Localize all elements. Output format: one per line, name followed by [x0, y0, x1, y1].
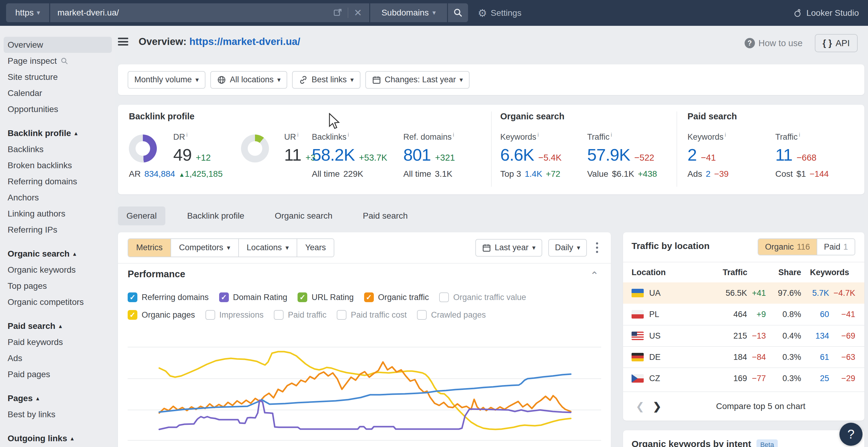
looker-studio-button[interactable]: Looker Studio — [793, 0, 859, 26]
toggle-paid[interactable]: Paid 1 — [817, 239, 855, 255]
tab-paid-search[interactable]: Paid search — [354, 206, 416, 225]
sidebar-item-anchors[interactable]: Anchors — [0, 190, 116, 206]
checkbox-crawled-pages[interactable]: Crawled pages — [417, 310, 486, 320]
sidebar-section-paid-search[interactable]: Paid search▴ — [0, 318, 116, 334]
menu-icon[interactable] — [118, 38, 128, 45]
tab-general[interactable]: General — [118, 206, 165, 225]
table-row[interactable]: CZ 169 −77 0.3% 25 −29 — [623, 368, 864, 389]
metric-value[interactable]: 58.2K — [312, 145, 355, 165]
target-url-input[interactable]: market-dveri.ua/ ✕ — [50, 3, 369, 22]
checkbox-impressions[interactable]: Impressions — [206, 310, 264, 320]
keywords-value[interactable]: 25 — [801, 374, 829, 383]
sidebar-item-broken-backlinks[interactable]: Broken backlinks — [0, 157, 116, 173]
sidebar-item-backlinks[interactable]: Backlinks — [0, 141, 116, 157]
best-links-dropdown[interactable]: Best links ▾ — [292, 71, 361, 89]
changes-period-dropdown[interactable]: Changes: Last year ▾ — [365, 71, 470, 89]
metric-delta: +12 — [196, 153, 211, 163]
checkbox-paid-traffic[interactable]: Paid traffic — [274, 310, 327, 320]
sidebar-section-outgoing-links[interactable]: Outgoing links▴ — [0, 430, 116, 446]
table-row[interactable]: DE 184 −84 0.3% 61 −63 — [623, 346, 864, 368]
sidebar-item-paid-keywords[interactable]: Paid keywords — [0, 334, 116, 350]
sidebar-item-paid-pages[interactable]: Paid pages — [0, 366, 116, 382]
keywords-value[interactable]: 5.7K — [801, 288, 829, 298]
table-row[interactable]: UA 56.5K +41 97.6% 5.7K −4.7K — [623, 282, 864, 304]
performance-title: Performance — [128, 269, 185, 280]
metric-value[interactable]: 11 — [775, 145, 792, 165]
metric-value[interactable]: 57.9K — [587, 145, 630, 165]
performance-card: Metrics Competitors▾ Locations▾ Years La… — [118, 232, 611, 447]
checkbox-organic-traffic[interactable]: ✓Organic traffic — [364, 293, 429, 302]
sidebar-item-page-inspect[interactable]: Page inspect — [0, 53, 116, 69]
col-share[interactable]: Share — [766, 268, 801, 277]
protocol-dropdown[interactable]: https ▾ — [6, 3, 49, 22]
next-page-icon[interactable]: ❯ — [649, 400, 665, 412]
sidebar-item-best-by-links[interactable]: Best by links — [0, 406, 116, 422]
metric-value[interactable]: 6.6K — [500, 145, 534, 165]
sidebar-item-site-structure[interactable]: Site structure — [0, 69, 116, 85]
tab-backlink-profile[interactable]: Backlink profile — [179, 206, 253, 225]
chevron-up-icon: ▴ — [36, 395, 39, 402]
segment-years[interactable]: Years — [297, 239, 334, 256]
sidebar-item-organic-competitors[interactable]: Organic competitors — [0, 294, 116, 310]
sidebar-section-backlink-profile[interactable]: Backlink profile▴ — [0, 125, 116, 141]
sidebar-item-organic-keywords[interactable]: Organic keywords — [0, 262, 116, 278]
segment-metrics[interactable]: Metrics — [128, 239, 170, 256]
metric-delta: −522 — [634, 153, 654, 163]
segment-competitors[interactable]: Competitors▾ — [170, 239, 238, 256]
sidebar-item-calendar[interactable]: Calendar — [0, 85, 116, 101]
col-traffic[interactable]: Traffic — [723, 268, 747, 277]
settings-button[interactable]: ⚙ Settings — [478, 0, 522, 26]
collapse-section-icon[interactable]: ⌃ — [590, 269, 599, 281]
help-button[interactable]: ? — [839, 423, 863, 446]
how-to-use-button[interactable]: ? How to use — [745, 38, 803, 48]
sidebar-section-organic-search[interactable]: Organic search▴ — [0, 246, 116, 262]
clear-url-icon[interactable]: ✕ — [354, 7, 362, 19]
scope-dropdown[interactable]: Subdomains ▾ — [370, 3, 447, 22]
sidebar-section-pages[interactable]: Pages▴ — [0, 390, 116, 406]
search-button[interactable] — [448, 3, 468, 22]
metric-value[interactable]: 2 — [687, 145, 696, 165]
keywords-value[interactable]: 60 — [801, 310, 829, 319]
sidebar-item-top-pages[interactable]: Top pages — [0, 278, 116, 294]
organic-count: 116 — [797, 242, 810, 252]
sidebar-item-label: Best by links — [8, 410, 55, 419]
url-rating-donut — [241, 135, 269, 163]
granularity-dropdown[interactable]: Daily ▾ — [548, 239, 587, 256]
keywords-value[interactable]: 134 — [801, 331, 829, 341]
ar-value[interactable]: 834,884 — [144, 169, 175, 179]
col-keywords[interactable]: Keywords — [801, 268, 855, 277]
open-external-icon[interactable] — [333, 8, 342, 17]
period-dropdown[interactable]: Last year ▾ — [475, 239, 542, 256]
sidebar-item-referring-ips[interactable]: Referring IPs — [0, 222, 116, 238]
table-row[interactable]: US 215 −13 0.4% 134 −69 — [623, 325, 864, 346]
sidebar-item-referring-domains[interactable]: Referring domains — [0, 173, 116, 190]
locations-filter-dropdown[interactable]: All locations ▾ — [210, 71, 287, 89]
compare-top5-link[interactable]: Compare top 5 on chart — [665, 402, 856, 411]
ar-label: AR — [129, 169, 141, 179]
volume-mode-dropdown[interactable]: Monthly volume ▾ — [128, 71, 206, 89]
sidebar-item-overview[interactable]: Overview — [4, 37, 112, 53]
checkbox-organic-traffic-value[interactable]: Organic traffic value — [439, 293, 526, 302]
checkbox-organic-pages[interactable]: ✓Organic pages — [128, 310, 195, 320]
sidebar-item-opportunities[interactable]: Opportunities — [0, 101, 116, 117]
sidebar-item-ads[interactable]: Ads — [0, 350, 116, 366]
tab-organic-search[interactable]: Organic search — [266, 206, 341, 225]
keywords-value[interactable]: 61 — [801, 352, 829, 362]
checkbox-domain-rating[interactable]: ✓Domain Rating — [219, 293, 287, 302]
section-title: Paid search — [8, 321, 55, 331]
metric-delta: −5.4K — [538, 153, 562, 163]
api-button[interactable]: { } API — [815, 34, 858, 52]
more-options-icon[interactable] — [593, 242, 601, 253]
checkbox-paid-traffic-cost[interactable]: Paid traffic cost — [337, 310, 407, 320]
checkbox-referring-domains[interactable]: ✓Referring domains — [128, 293, 209, 302]
prev-page-icon[interactable]: ❮ — [631, 400, 649, 412]
ahrefs-rank-row: AR 834,884 ▲1,425,185 — [129, 169, 223, 179]
toggle-organic[interactable]: Organic 116 — [758, 239, 817, 255]
col-location[interactable]: Location — [631, 268, 723, 277]
segment-locations[interactable]: Locations▾ — [238, 239, 297, 256]
table-row[interactable]: PL 464 +9 0.8% 60 −41 — [623, 304, 864, 325]
target-url-link[interactable]: https://market-dveri.ua/ — [189, 36, 300, 47]
sidebar-item-linking-authors[interactable]: Linking authors — [0, 206, 116, 222]
metric-value[interactable]: 801 — [403, 145, 431, 165]
checkbox-url-rating[interactable]: ✓URL Rating — [298, 293, 354, 302]
